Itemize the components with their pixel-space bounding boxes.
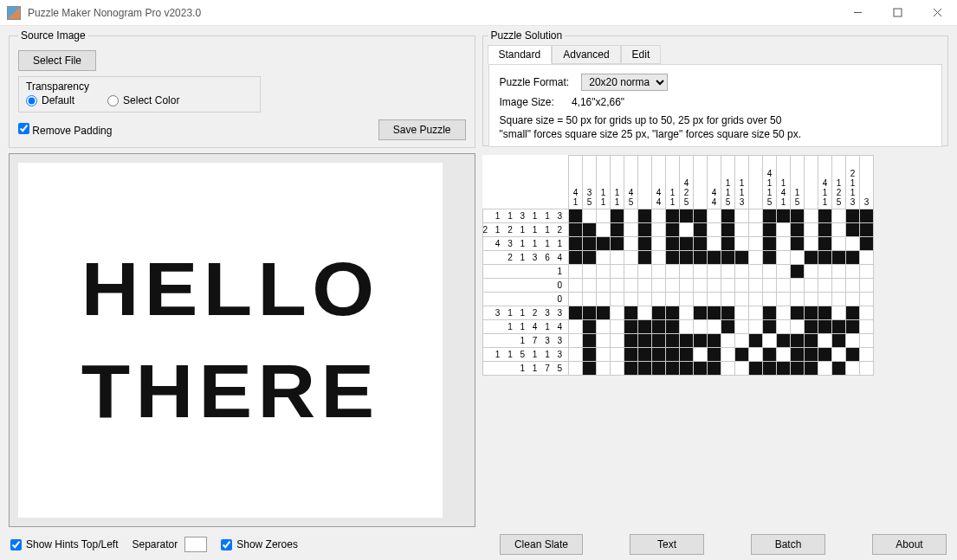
radio-select-color-input[interactable] (107, 95, 119, 106)
hint-line-1: Square size = 50 px for grids up to 50, … (500, 113, 932, 127)
tab-advanced[interactable]: Advanced (552, 45, 620, 64)
app-icon (7, 6, 21, 20)
radio-default-input[interactable] (26, 95, 37, 106)
titlebar: Puzzle Maker Nonogram Pro v2023.0 (0, 0, 957, 26)
save-puzzle-button[interactable]: Save Puzzle (378, 119, 466, 140)
preview-word-2: THERE (81, 353, 380, 429)
close-button[interactable] (917, 0, 957, 25)
bottom-bar: Show Hints Top/Left Separator Show Zeroe… (0, 531, 957, 560)
minimize-button[interactable] (837, 0, 877, 25)
tab-edit[interactable]: Edit (621, 45, 662, 64)
window-title: Puzzle Maker Nonogram Pro v2023.0 (28, 7, 837, 19)
puzzle-solution-legend: Puzzle Solution (488, 29, 566, 42)
show-zeroes-check[interactable]: Show Zeroes (221, 538, 298, 550)
image-size-label: Image Size: (500, 96, 554, 108)
hint-line-2: "small" forces square size 25 px, "large… (500, 127, 932, 141)
batch-button[interactable]: Batch (751, 534, 825, 555)
nonogram-grid: 4135111145441142544115113411514115411125… (482, 155, 875, 376)
source-image-legend: Source Image (18, 29, 88, 42)
remove-padding-check[interactable]: Remove Padding (18, 123, 112, 137)
nonogram-area: 4135111145441142544115113411514115411125… (482, 151, 949, 525)
separator-label: Separator (133, 538, 178, 550)
select-file-button[interactable]: Select File (18, 50, 96, 71)
show-zeroes-input[interactable] (221, 539, 232, 550)
clean-slate-button[interactable]: Clean Slate (500, 534, 583, 555)
show-hints-check[interactable]: Show Hints Top/Left (10, 538, 119, 550)
svg-rect-0 (894, 9, 902, 16)
puzzle-solution-group: Puzzle Solution Standard Advanced Edit P… (482, 29, 949, 146)
transparency-group: Transparency Default Select Color (18, 76, 261, 113)
image-size-value: 4,16"x2,66" (572, 96, 624, 108)
tab-standard[interactable]: Standard (488, 45, 553, 64)
separator-input[interactable] (184, 537, 207, 552)
radio-default[interactable]: Default (26, 94, 74, 106)
maximize-button[interactable] (877, 0, 917, 25)
source-preview-image: HELLO THERE (18, 163, 443, 518)
remove-padding-input[interactable] (18, 123, 29, 134)
about-button[interactable]: About (872, 534, 947, 555)
text-button[interactable]: Text (630, 534, 704, 555)
show-hints-input[interactable] (10, 539, 22, 550)
source-image-group: Source Image Select File Transparency De… (9, 29, 475, 148)
radio-select-color[interactable]: Select Color (107, 94, 179, 106)
format-select[interactable]: 20x20 normal (581, 74, 668, 91)
preview-word-1: HELLO (81, 251, 380, 327)
format-label: Puzzle Format: (500, 76, 570, 88)
transparency-label: Transparency (26, 80, 253, 93)
source-preview: HELLO THERE (9, 153, 475, 527)
